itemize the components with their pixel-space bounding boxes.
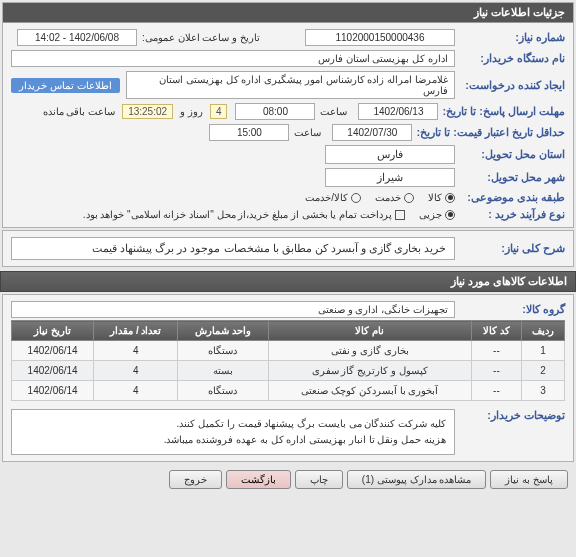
remaining-days: 4 — [210, 104, 228, 119]
partial-pay-label: پرداخت تمام یا بخشی از مبلغ خرید،از محل … — [83, 209, 392, 220]
category-radio-group: کالا خدمت کالا/خدمت — [305, 192, 455, 203]
table-cell: 4 — [94, 341, 178, 361]
desc-text: خرید بخاری گازی و آبسرد کن مطابق با مشخص… — [11, 237, 455, 260]
radio-service[interactable]: خدمت — [375, 192, 414, 203]
back-button[interactable]: بازگشت — [226, 470, 291, 489]
table-cell: 1402/06/14 — [12, 361, 94, 381]
radio-part-label: جزیی — [419, 209, 442, 220]
table-cell: 2 — [521, 361, 564, 381]
radio-goods-label: کالا — [428, 192, 442, 203]
niaz-number-label: شماره نیاز: — [455, 31, 565, 44]
checkbox-partial-pay[interactable]: پرداخت تمام یا بخشی از مبلغ خرید،از محل … — [83, 209, 405, 220]
buyer-notes-line1: کلیه شرکت کنندگان می بایست برگ پیشنهاد ق… — [20, 416, 446, 432]
validity-time-label: ساعت — [294, 127, 321, 138]
th-qty: تعداد / مقدار — [94, 321, 178, 341]
radio-dot-icon — [445, 210, 455, 220]
request-creator-value: غلامرضا امراله زاده کارشناس امور پیشگیری… — [126, 71, 455, 99]
table-row: 3--آبخوری با آبسردکن کوچک صنعتیدستگاه414… — [12, 381, 565, 401]
goods-panel: گروه کالا: تجهیزات خانگی، اداری و صنعتی … — [2, 294, 574, 462]
radio-goods-service-label: کالا/خدمت — [305, 192, 348, 203]
panel-title: جزئیات اطلاعات نیاز — [3, 3, 573, 23]
deadline-time: 08:00 — [235, 103, 315, 120]
delivery-state-label: استان محل تحویل: — [455, 148, 565, 161]
radio-goods-service[interactable]: کالا/خدمت — [305, 192, 361, 203]
table-cell: 1 — [521, 341, 564, 361]
request-creator-label: ایجاد کننده درخواست: — [455, 79, 565, 92]
table-cell: 3 — [521, 381, 564, 401]
checkbox-icon — [395, 210, 405, 220]
desc-label: شرح کلی نیاز: — [455, 242, 565, 255]
attachments-button[interactable]: مشاهده مدارک پیوستی (1) — [347, 470, 487, 489]
buyer-name-label: نام دستگاه خریدار: — [455, 52, 565, 65]
th-date: تاریخ نیاز — [12, 321, 94, 341]
process-type-label: نوع فرآیند خرید : — [455, 208, 565, 221]
table-cell: -- — [472, 381, 522, 401]
buyer-name-value: اداره کل بهزیستی استان فارس — [11, 50, 455, 67]
niaz-number-value: 1102000150000436 — [305, 29, 455, 46]
th-name: نام کالا — [268, 321, 471, 341]
table-cell: بسته — [178, 361, 268, 381]
goods-table: ردیف کد کالا نام کالا واحد شمارش تعداد /… — [11, 320, 565, 401]
table-cell: 4 — [94, 381, 178, 401]
remaining-time: 13:25:02 — [122, 104, 173, 119]
table-cell: -- — [472, 361, 522, 381]
delivery-city-label: شهر محل تحویل: — [455, 171, 565, 184]
validity-time: 15:00 — [209, 124, 289, 141]
table-cell: دستگاه — [178, 341, 268, 361]
th-unit: واحد شمارش — [178, 321, 268, 341]
deadline-date: 1402/06/13 — [358, 103, 438, 120]
table-cell: کپسول و کارتریج گاز سفری — [268, 361, 471, 381]
radio-dot-icon — [351, 193, 361, 203]
th-index: ردیف — [521, 321, 564, 341]
validity-label: حداقل تاریخ اعتبار قیمت: تا تاریخ: — [412, 126, 565, 139]
delivery-city-value: شیراز — [325, 168, 455, 187]
panel-body: شماره نیاز: 1102000150000436 تاریخ و ساع… — [3, 23, 573, 227]
table-cell: بخاری گازی و نفتی — [268, 341, 471, 361]
buyer-notes-box: کلیه شرکت کنندگان می بایست برگ پیشنهاد ق… — [11, 409, 455, 455]
radio-part[interactable]: جزیی — [419, 209, 455, 220]
process-radio-group: جزیی پرداخت تمام یا بخشی از مبلغ خرید،از… — [83, 209, 455, 220]
footer-buttons: پاسخ به نیاز مشاهده مدارک پیوستی (1) چاپ… — [0, 464, 576, 495]
announce-label: تاریخ و ساعت اعلان عمومی: — [142, 32, 260, 43]
remaining-days-label: روز و — [180, 106, 203, 117]
goods-group-value: تجهیزات خانگی، اداری و صنعتی — [11, 301, 455, 318]
respond-button[interactable]: پاسخ به نیاز — [490, 470, 568, 489]
delivery-state-value: فارس — [325, 145, 455, 164]
table-cell: 4 — [94, 361, 178, 381]
contact-info-button[interactable]: اطلاعات تماس خریدار — [11, 78, 120, 93]
table-row: 2--کپسول و کارتریج گاز سفریبسته41402/06/… — [12, 361, 565, 381]
buyer-notes-label: توضیحات خریدار: — [455, 409, 565, 422]
deadline-label: مهلت ارسال پاسخ: تا تاریخ: — [438, 105, 565, 118]
table-cell: 1402/06/14 — [12, 381, 94, 401]
announce-value: 1402/06/08 - 14:02 — [17, 29, 137, 46]
buyer-notes-line2: هزینه حمل ونقل تا انبار بهزیستی اداره کل… — [20, 432, 446, 448]
table-cell: 1402/06/14 — [12, 341, 94, 361]
print-button[interactable]: چاپ — [295, 470, 343, 489]
deadline-time-label: ساعت — [320, 106, 347, 117]
category-label: طبقه بندی موضوعی: — [455, 191, 565, 204]
radio-goods[interactable]: کالا — [428, 192, 455, 203]
details-panel: جزئیات اطلاعات نیاز شماره نیاز: 11020001… — [2, 2, 574, 228]
table-cell: -- — [472, 341, 522, 361]
exit-button[interactable]: خروج — [169, 470, 222, 489]
radio-dot-icon — [445, 193, 455, 203]
table-header-row: ردیف کد کالا نام کالا واحد شمارش تعداد /… — [12, 321, 565, 341]
radio-service-label: خدمت — [375, 192, 401, 203]
table-cell: آبخوری با آبسردکن کوچک صنعتی — [268, 381, 471, 401]
th-code: کد کالا — [472, 321, 522, 341]
validity-date: 1402/07/30 — [332, 124, 412, 141]
goods-group-label: گروه کالا: — [455, 303, 565, 316]
table-cell: دستگاه — [178, 381, 268, 401]
radio-dot-icon — [404, 193, 414, 203]
table-row: 1--بخاری گازی و نفتیدستگاه41402/06/14 — [12, 341, 565, 361]
goods-section-header: اطلاعات کالاهای مورد نیاز — [0, 271, 576, 292]
description-panel: شرح کلی نیاز: خرید بخاری گازی و آبسرد کن… — [2, 230, 574, 267]
remaining-time-label: ساعت باقی مانده — [43, 106, 116, 117]
